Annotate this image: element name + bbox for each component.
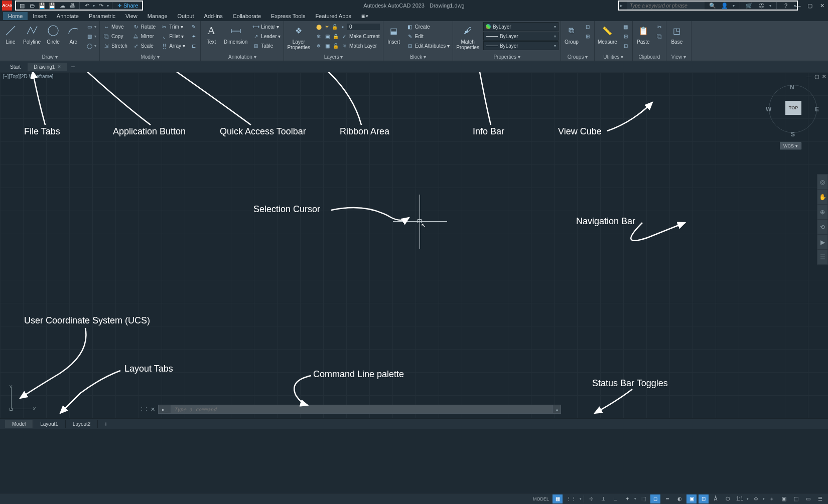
linetype-dropdown[interactable]: ByLayer▾ bbox=[483, 41, 559, 50]
status-model[interactable]: MODEL bbox=[531, 494, 550, 503]
edit-button[interactable]: ✎Edit bbox=[405, 32, 451, 41]
offset-icon[interactable]: ⊏ bbox=[189, 41, 198, 50]
vp-close-icon[interactable]: ✕ bbox=[822, 74, 826, 79]
tab-start[interactable]: Start bbox=[4, 63, 27, 71]
close-icon[interactable]: ✕ bbox=[57, 64, 61, 69]
pan-icon[interactable]: ✋ bbox=[817, 190, 827, 205]
viewcube-s[interactable]: S bbox=[791, 131, 795, 138]
search-icon[interactable]: 🔍 bbox=[709, 2, 717, 10]
redo-icon[interactable]: ↷ bbox=[97, 2, 105, 10]
infer-toggle-icon[interactable]: ⊹ bbox=[586, 494, 596, 503]
calc-icon[interactable]: ▦ bbox=[621, 22, 630, 31]
lineweight-toggle-icon[interactable]: ━ bbox=[662, 494, 672, 503]
make-current-button[interactable]: Make Current bbox=[349, 34, 380, 39]
isodraft-toggle-icon[interactable]: ⬚ bbox=[638, 494, 648, 503]
cmd-close-icon[interactable]: ✕ bbox=[151, 406, 155, 413]
explode-icon[interactable]: ✦ bbox=[189, 32, 198, 41]
match-layer-button[interactable]: Match Layer bbox=[349, 43, 377, 49]
layer-make-current-icon[interactable]: ✓ bbox=[341, 33, 348, 40]
vp-maximize-icon[interactable]: ▢ bbox=[814, 74, 819, 79]
layer-lock-icon[interactable]: 🔓 bbox=[331, 23, 338, 30]
group-edit-icon[interactable]: ⊞ bbox=[583, 32, 592, 41]
trim-button[interactable]: ✂Trim ▾ bbox=[160, 22, 186, 31]
selection-cycling-icon[interactable]: ▣ bbox=[686, 494, 697, 503]
menu-collaborate[interactable]: Collaborate bbox=[228, 12, 266, 20]
cmd-prompt-icon[interactable]: ▸_ bbox=[158, 405, 171, 414]
anno-monitor-icon[interactable]: ＋ bbox=[767, 494, 777, 503]
help-icon[interactable]: ? bbox=[782, 2, 790, 10]
snap-toggle-icon[interactable]: ⋮⋮ bbox=[565, 494, 578, 503]
view-cube[interactable]: N S W E TOP WCS ▾ bbox=[769, 85, 824, 155]
zoom-extents-icon[interactable]: ⊕ bbox=[817, 205, 827, 220]
layer-lock2-icon[interactable]: 🔒 bbox=[332, 33, 339, 40]
a360-icon[interactable]: Ⓐ bbox=[757, 2, 765, 10]
color-dropdown[interactable]: ByLayer▾ bbox=[483, 22, 559, 31]
paste-button[interactable]: 📋Paste bbox=[635, 22, 652, 46]
lineweight-dropdown[interactable]: ByLayer▾ bbox=[483, 32, 559, 41]
viewcube-e[interactable]: E bbox=[815, 106, 819, 113]
move-button[interactable]: ↔Move bbox=[102, 22, 128, 31]
dynamic-ucs-icon[interactable]: Å bbox=[711, 494, 721, 503]
copy-clip-icon[interactable]: ⿻ bbox=[655, 32, 664, 41]
orbit-icon[interactable]: ⟲ bbox=[817, 220, 827, 235]
share-button[interactable]: ✈ Share bbox=[115, 3, 140, 9]
line-button[interactable]: Line bbox=[2, 22, 19, 46]
command-input[interactable] bbox=[171, 405, 553, 414]
viewcube-n[interactable]: N bbox=[790, 84, 794, 91]
webmobile-icon[interactable]: ☁ bbox=[58, 2, 66, 10]
create-button[interactable]: ◧Create bbox=[405, 22, 451, 31]
arc-button[interactable]: Arc bbox=[65, 22, 82, 46]
layer-color-icon[interactable]: ▪ bbox=[339, 23, 346, 30]
wheel-icon[interactable]: ◎ bbox=[817, 175, 827, 190]
workspace-icon[interactable]: ⚙ bbox=[751, 494, 761, 503]
table-button[interactable]: ⊞Table bbox=[251, 41, 282, 50]
grid-toggle-icon[interactable]: ▦ bbox=[553, 494, 563, 503]
ribbon-collapse-icon[interactable]: ▣▾ bbox=[356, 13, 373, 20]
plot-icon[interactable]: 🖶 bbox=[68, 2, 76, 10]
stretch-button[interactable]: ⇲Stretch bbox=[102, 41, 128, 50]
scale-button[interactable]: ⤢Scale bbox=[131, 41, 157, 50]
dynamic-toggle-icon[interactable]: ⊥ bbox=[598, 494, 608, 503]
showmotion-icon[interactable]: ▶ bbox=[817, 235, 827, 250]
count-icon[interactable]: ⊟ bbox=[621, 32, 630, 41]
3dosnap-toggle-icon[interactable]: ⊡ bbox=[699, 494, 709, 503]
viewport-controls[interactable]: [−][Top][2D Wireframe] bbox=[3, 74, 53, 79]
measure-button[interactable]: 📏Measure bbox=[597, 22, 618, 46]
menu-featuredapps[interactable]: Featured Apps bbox=[310, 12, 356, 20]
drawing-area[interactable]: [−][Top][2D Wireframe] — ▢ ✕ N S W E TOP… bbox=[0, 72, 828, 418]
cmd-history-icon[interactable]: ▴ bbox=[553, 405, 561, 414]
layer-current-name[interactable]: 0 bbox=[347, 24, 380, 30]
undo-icon[interactable]: ↶ bbox=[83, 2, 91, 10]
select-icon[interactable]: ⊡ bbox=[621, 41, 630, 50]
hatch-icon[interactable]: ▧▾ bbox=[85, 32, 97, 41]
ellipse-icon[interactable]: ◯▾ bbox=[85, 41, 97, 50]
leader-button[interactable]: ↗Leader ▾ bbox=[251, 32, 282, 41]
isolate-icon[interactable]: ▣ bbox=[779, 494, 789, 503]
cut-icon[interactable]: ✂ bbox=[655, 22, 664, 31]
group-button[interactable]: ⧉Group bbox=[563, 22, 580, 46]
base-button[interactable]: ◳Base bbox=[668, 22, 685, 46]
menu-annotate[interactable]: Annotate bbox=[52, 12, 84, 20]
vp-minimize-icon[interactable]: — bbox=[806, 74, 811, 79]
viewcube-w[interactable]: W bbox=[766, 106, 771, 113]
layer-properties-button[interactable]: ❖Layer Properties bbox=[286, 22, 311, 51]
tab-model[interactable]: Model bbox=[5, 420, 33, 428]
maximize-icon[interactable]: ▢ bbox=[806, 3, 814, 9]
text-button[interactable]: AText bbox=[203, 22, 220, 46]
panel-title-layers[interactable]: Layers ▾ bbox=[286, 53, 380, 61]
close-icon[interactable]: ✕ bbox=[818, 3, 826, 9]
cart-icon[interactable]: 🛒 bbox=[745, 2, 753, 10]
layer-un-icon[interactable]: ▣ bbox=[324, 42, 331, 49]
anno-scale-icon[interactable]: ⬡ bbox=[723, 494, 733, 503]
edit-attributes-button[interactable]: ⊟Edit Attributes ▾ bbox=[405, 41, 451, 50]
tab-layout2[interactable]: Layout2 bbox=[66, 420, 98, 428]
tab-new-button[interactable]: ＋ bbox=[68, 62, 77, 71]
layer-thaw-icon[interactable]: ❄ bbox=[315, 42, 322, 49]
layer-on-icon[interactable]: ⬤ bbox=[315, 23, 322, 30]
customize-icon[interactable]: ☰ bbox=[815, 494, 825, 503]
linear-button[interactable]: ⟷Linear ▾ bbox=[251, 22, 282, 31]
clean-screen-icon[interactable]: ▭ bbox=[803, 494, 813, 503]
panel-title-block[interactable]: Block ▾ bbox=[385, 53, 451, 61]
search-input[interactable] bbox=[627, 2, 705, 10]
menu-view[interactable]: View bbox=[120, 12, 143, 20]
